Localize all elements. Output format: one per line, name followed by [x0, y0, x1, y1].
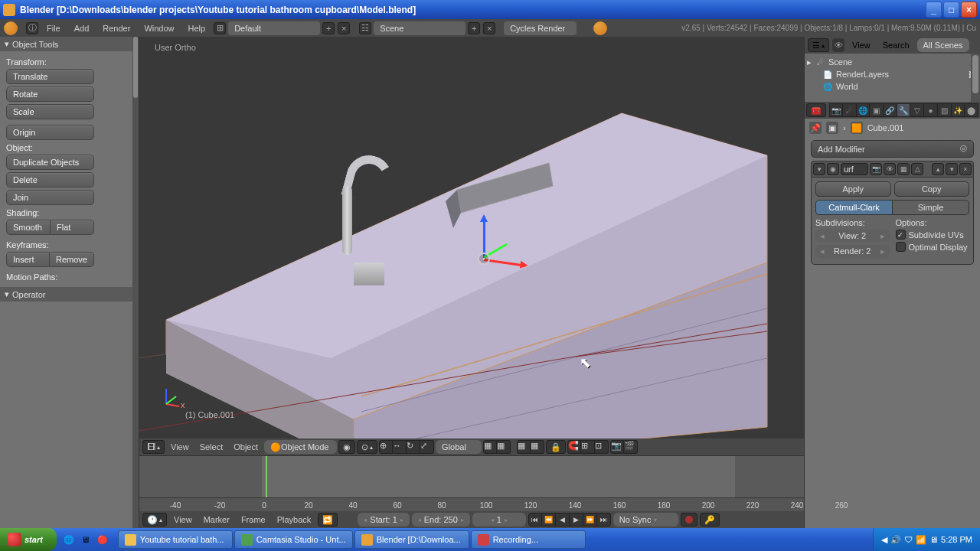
operator-header[interactable]: ▾Operator [0, 287, 139, 302]
clock[interactable]: 5:28 PM [941, 535, 972, 544]
mod-render-toggle[interactable]: 📷 [870, 163, 882, 175]
tab-constraints[interactable]: 🔗 [884, 103, 897, 117]
taskbar-item-folder[interactable]: Youtube tutorial bath... [118, 530, 233, 549]
smooth-button[interactable]: Smooth [6, 220, 51, 235]
screen-layout-select[interactable]: Default [228, 21, 320, 35]
tab-modifiers[interactable]: 🔧 [897, 103, 911, 117]
join-button[interactable]: Join [6, 190, 94, 205]
layer-buttons-2[interactable]: ▦▦ [517, 440, 544, 454]
delete-button[interactable]: Delete [6, 172, 94, 187]
record-button[interactable] [681, 513, 697, 527]
optimal-display-checkbox[interactable]: Optimal Display [896, 242, 970, 252]
orientation-select[interactable]: Global [436, 440, 482, 454]
playback-controls[interactable]: ⏮ ⏪ ◀ ▶ ⏩ ⏭ [528, 513, 611, 527]
apply-modifier-button[interactable]: Apply [815, 181, 891, 197]
blender-icon[interactable] [4, 21, 18, 35]
tab-render[interactable]: 📷 [829, 103, 843, 117]
origin-button[interactable]: Origin [6, 125, 94, 140]
add-layout-button[interactable]: + [322, 22, 335, 34]
ie-icon[interactable]: 🌐 [61, 531, 77, 548]
view-subdiv-input[interactable]: ◂View: 2▸ [815, 230, 890, 243]
menu-help[interactable]: Help [182, 21, 212, 35]
tray-icon[interactable]: 🛡 [904, 535, 913, 544]
outliner-view-menu[interactable]: View [848, 41, 875, 50]
tab-world[interactable]: 🌐 [857, 103, 871, 117]
catmull-clark-toggle[interactable]: Catmull-Clark [815, 200, 893, 215]
tab-texture[interactable]: ▨ [938, 103, 952, 117]
tray-icon[interactable]: 🖥 [929, 535, 938, 544]
pin-icon[interactable]: 📌 [809, 122, 822, 134]
prev-keyframe-button[interactable]: ⏪ [542, 513, 556, 527]
scene-select[interactable]: Scene [374, 21, 466, 35]
props-editor-type[interactable]: 🧰 [806, 103, 826, 117]
keying-set-button[interactable]: 🔑 [700, 513, 720, 527]
play-button[interactable]: ▶ [570, 513, 583, 527]
end-frame-input[interactable]: ◂End: 250▸ [412, 513, 470, 527]
render-subdiv-input[interactable]: ◂Render: 2▸ [815, 245, 890, 258]
menu-render[interactable]: Render [96, 21, 136, 35]
mod-delete-button[interactable]: × [959, 163, 972, 175]
vh-select[interactable]: Select [195, 442, 228, 452]
scale-button[interactable]: Scale [6, 104, 94, 119]
outliner-editor-type[interactable]: ☰ ▴ [808, 38, 829, 52]
editor-type-icon[interactable]: ⓘ [26, 22, 38, 34]
playhead[interactable] [266, 456, 267, 497]
remove-keyframe-button[interactable]: Remove [50, 252, 94, 267]
insert-keyframe-button[interactable]: Insert [6, 252, 50, 267]
current-frame-input[interactable]: ◂1▸ [472, 513, 526, 527]
add-modifier-dropdown[interactable]: Add Modifier⦾ [811, 140, 974, 158]
start-frame-input[interactable]: ◂Start: 1▸ [358, 513, 409, 527]
jump-end-button[interactable]: ⏭ [597, 513, 611, 527]
timeline-editor-type[interactable]: 🕐 ▴ [142, 513, 167, 527]
scene-browse-icon[interactable]: ☷ [359, 22, 371, 34]
delete-scene-button[interactable]: × [483, 22, 495, 34]
menu-file[interactable]: File [41, 21, 67, 35]
sync-mode-select[interactable]: No Sync▾ [613, 513, 678, 527]
tl-marker[interactable]: Marker [199, 515, 234, 524]
editor-type-button[interactable]: 🎞 ▴ [142, 440, 165, 454]
render-engine-select[interactable]: Cycles Render [504, 21, 577, 35]
desktop-icon[interactable]: 🖥 [78, 531, 93, 548]
outliner-renderlayers-row[interactable]: 📄RenderLayers 🖼 [807, 68, 978, 80]
mod-cage-toggle[interactable]: △ [911, 163, 923, 175]
tab-data[interactable]: ▽ [910, 103, 924, 117]
menu-window[interactable]: Window [138, 21, 180, 35]
duplicate-button[interactable]: Duplicate Objects [6, 155, 94, 170]
tab-physics[interactable]: ⬤ [965, 103, 978, 117]
rotate-button[interactable]: Rotate [6, 86, 94, 102]
shading-mode-button[interactable]: ◉ [338, 440, 355, 454]
modifier-name-input[interactable] [841, 163, 868, 175]
lock-camera-button[interactable]: 🔒 [546, 440, 566, 454]
3d-viewport[interactable]: User Ortho x (1) C [139, 37, 804, 439]
render-buttons[interactable]: 📷🎬 [610, 440, 638, 454]
app-icon[interactable]: 🔴 [95, 531, 110, 548]
subdivide-uvs-checkbox[interactable]: ✓Subdivide UVs [896, 230, 970, 240]
tray-icon[interactable]: 📶 [916, 535, 926, 545]
manipulator-buttons[interactable]: ⊕↔↻⤢ [379, 440, 434, 454]
vh-object[interactable]: Object [229, 442, 263, 452]
minimize-button[interactable]: _ [926, 2, 942, 18]
mod-realtime-toggle[interactable]: 👁 [884, 163, 896, 175]
play-reverse-button[interactable]: ◀ [556, 513, 570, 527]
tl-view[interactable]: View [169, 515, 197, 524]
taskbar-item-blender[interactable]: Blender [D:\Downloa... [354, 530, 469, 549]
mod-move-down-button[interactable]: ▾ [946, 163, 958, 175]
close-button[interactable]: × [961, 2, 977, 18]
tab-particles[interactable]: ✨ [952, 103, 965, 117]
timeline-ruler[interactable]: -40 -20 0 20 40 60 80 100 120 140 160 18… [139, 498, 804, 511]
toolshelf-scrollbar[interactable] [132, 37, 139, 528]
menu-add[interactable]: Add [68, 21, 96, 35]
outliner-scrollbar[interactable] [971, 54, 980, 102]
taskbar-item-recording[interactable]: Recording... [471, 530, 586, 549]
jump-start-button[interactable]: ⏮ [528, 513, 542, 527]
outliner-search-menu[interactable]: Search [878, 41, 914, 50]
tray-icon[interactable]: 🔊 [890, 535, 901, 545]
layer-buttons-1[interactable]: ▦▦ [483, 440, 511, 454]
auto-keyframe-button[interactable]: 🔁 [318, 513, 338, 527]
tl-playback[interactable]: Playback [273, 515, 316, 524]
tab-material[interactable]: ● [924, 103, 938, 117]
tray-icon[interactable]: ◀ [881, 535, 887, 545]
flat-button[interactable]: Flat [51, 220, 94, 235]
copy-modifier-button[interactable]: Copy [894, 181, 970, 197]
outliner-world-row[interactable]: 🌐World [807, 80, 978, 93]
